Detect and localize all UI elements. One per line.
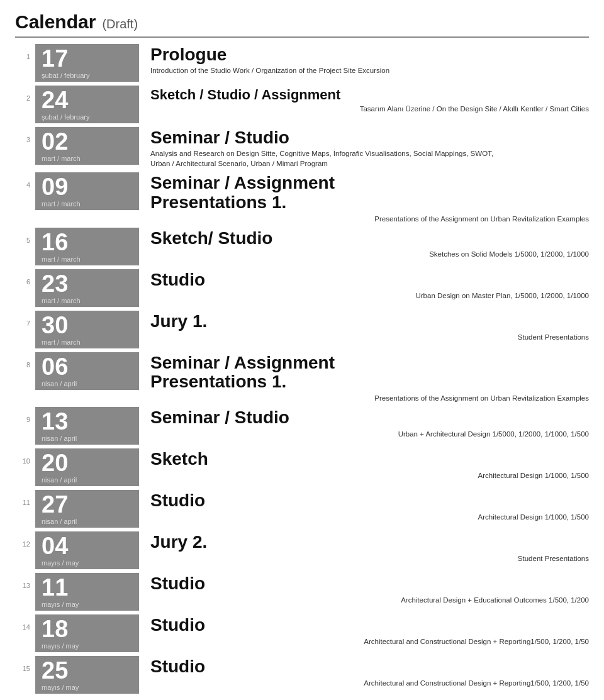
week-number: 15 xyxy=(15,656,30,672)
event-block: PrologueIntroduction of the Studio Work … xyxy=(150,44,589,75)
event-description: Architectural and Constructional Design … xyxy=(150,636,589,647)
date-block: 06nisan / april xyxy=(35,352,139,390)
week-number: 13 xyxy=(15,573,30,589)
week-row: 623mart / marchStudioUrban Design on Mas… xyxy=(15,269,589,307)
event-block: Jury 1.Student Presentations xyxy=(150,311,589,343)
date-label: mart / march xyxy=(42,155,133,162)
week-number: 12 xyxy=(15,531,30,548)
week-row: 913nisan / aprilSeminar / StudioUrban + … xyxy=(15,407,589,445)
event-title: Studio xyxy=(150,616,589,635)
date-block: 11mayıs / may xyxy=(35,573,139,611)
date-label: mayıs / may xyxy=(42,642,133,650)
date-block: 16mart / march xyxy=(35,228,139,265)
event-title: Studio xyxy=(150,574,589,594)
event-title: Jury 1. xyxy=(150,312,589,331)
date-block: 24şubat / february xyxy=(35,86,139,123)
date-label: mart / march xyxy=(42,200,133,208)
page-title: Calendar xyxy=(15,11,96,33)
week-number: 14 xyxy=(15,614,30,631)
date-label: mart / march xyxy=(42,297,133,304)
event-block: Seminar / AssignmentPresentations 1.Pres… xyxy=(150,352,589,404)
date-number: 23 xyxy=(42,272,133,296)
event-title: Jury 2. xyxy=(150,533,589,552)
event-title: Sketch xyxy=(150,450,589,469)
date-block: 17şubat / february xyxy=(35,44,139,82)
date-number: 30 xyxy=(42,313,133,337)
week-number: 2 xyxy=(15,86,30,102)
date-number: 02 xyxy=(42,130,133,153)
date-number: 24 xyxy=(42,88,133,112)
date-block: 30mart / march xyxy=(35,311,139,348)
week-number: 8 xyxy=(15,352,30,369)
date-block: 23mart / march xyxy=(35,269,139,307)
week-row: 730mart / marchJury 1.Student Presentati… xyxy=(15,311,589,348)
date-label: nisan / april xyxy=(42,476,133,484)
event-title: Seminar / Studio xyxy=(150,128,589,148)
event-block: Jury 2.Student Presentations xyxy=(150,531,589,564)
date-label: mayıs / may xyxy=(42,559,133,567)
event-block: Seminar / StudioUrban + Architectural De… xyxy=(150,407,589,439)
week-row: 1525mayıs / mayStudioArchitectural and C… xyxy=(15,656,589,694)
event-description: Analysis and Research on Design Sitte, C… xyxy=(150,148,589,169)
date-block: 13nisan / april xyxy=(35,407,139,445)
date-block: 27nisan / april xyxy=(35,490,139,528)
date-number: 25 xyxy=(42,658,133,682)
event-description: Architectural Design 1/1000, 1/500 xyxy=(150,470,589,481)
week-row: 302mart / marchSeminar / StudioAnalysis … xyxy=(15,127,589,169)
date-number: 06 xyxy=(42,355,133,379)
event-title: Seminar / Studio xyxy=(150,408,589,428)
event-block: StudioArchitectural Design 1/1000, 1/500 xyxy=(150,490,589,522)
date-number: 04 xyxy=(42,534,133,558)
event-title: Studio xyxy=(150,270,589,290)
calendar-body: 117şubat / februaryPrologueIntroduction … xyxy=(15,44,589,694)
week-row: 806nisan / aprilSeminar / AssignmentPres… xyxy=(15,352,589,404)
week-row: 1418mayıs / mayStudioArchitectural and C… xyxy=(15,614,589,652)
week-row: 117şubat / februaryPrologueIntroduction … xyxy=(15,44,589,82)
week-number: 3 xyxy=(15,127,30,143)
event-description: Architectural Design 1/1000, 1/500 xyxy=(150,512,589,522)
week-number: 7 xyxy=(15,311,30,327)
date-number: 20 xyxy=(42,451,133,475)
event-title: Sketch / Studio / Assignment xyxy=(150,87,589,103)
page-header: Calendar (Draft) xyxy=(15,11,589,38)
week-row: 409mart / marchSeminar / AssignmentPrese… xyxy=(15,172,589,224)
date-block: 25mayıs / may xyxy=(35,656,139,694)
week-number: 6 xyxy=(15,269,30,286)
event-description: Introduction of the Studio Work / Organi… xyxy=(150,65,589,75)
event-description: Urban + Architectural Design 1/5000, 1/2… xyxy=(150,429,589,439)
week-row: 1204mayıs / mayJury 2.Student Presentati… xyxy=(15,531,589,569)
date-label: nisan / april xyxy=(42,380,133,387)
event-description: Architectural Design + Educational Outco… xyxy=(150,595,589,605)
date-label: mart / march xyxy=(42,338,133,346)
event-title: Seminar / AssignmentPresentations 1. xyxy=(150,174,589,213)
date-label: şubat / february xyxy=(42,113,133,121)
event-block: Seminar / AssignmentPresentations 1.Pres… xyxy=(150,172,589,224)
event-block: StudioUrban Design on Master Plan, 1/500… xyxy=(150,269,589,301)
week-row: 516mart / marchSketch/ StudioSketches on… xyxy=(15,228,589,265)
week-row: 1311mayıs / mayStudioArchitectural Desig… xyxy=(15,573,589,611)
date-number: 16 xyxy=(42,230,133,254)
week-number: 10 xyxy=(15,448,30,465)
event-block: Sketch / Studio / AssignmentTasarım Alan… xyxy=(150,86,589,114)
event-description: Student Presentations xyxy=(150,553,589,564)
event-title: Studio xyxy=(150,657,589,677)
week-row: 1127nisan / aprilStudioArchitectural Des… xyxy=(15,490,589,528)
date-label: nisan / april xyxy=(42,518,133,525)
week-number: 5 xyxy=(15,228,30,244)
event-title: Studio xyxy=(150,491,589,511)
event-description: Presentations of the Assignment on Urban… xyxy=(150,214,589,224)
event-block: Seminar / StudioAnalysis and Research on… xyxy=(150,127,589,169)
date-block: 04mayıs / may xyxy=(35,531,139,569)
event-title: Sketch/ Studio xyxy=(150,229,589,248)
event-description: Tasarım Alanı Üzerine / On the Design Si… xyxy=(150,104,589,114)
date-label: nisan / april xyxy=(42,435,133,442)
event-description: Sketches on Solid Models 1/5000, 1/2000,… xyxy=(150,249,589,259)
date-block: 20nisan / april xyxy=(35,448,139,486)
week-row: 1020nisan / aprilSketchArchitectural Des… xyxy=(15,448,589,486)
date-label: şubat / february xyxy=(42,72,133,79)
week-number: 1 xyxy=(15,44,30,60)
event-description: Presentations of the Assignment on Urban… xyxy=(150,393,589,403)
date-label: mayıs / may xyxy=(42,684,133,691)
date-label: mart / march xyxy=(42,255,133,263)
week-number: 4 xyxy=(15,172,30,189)
